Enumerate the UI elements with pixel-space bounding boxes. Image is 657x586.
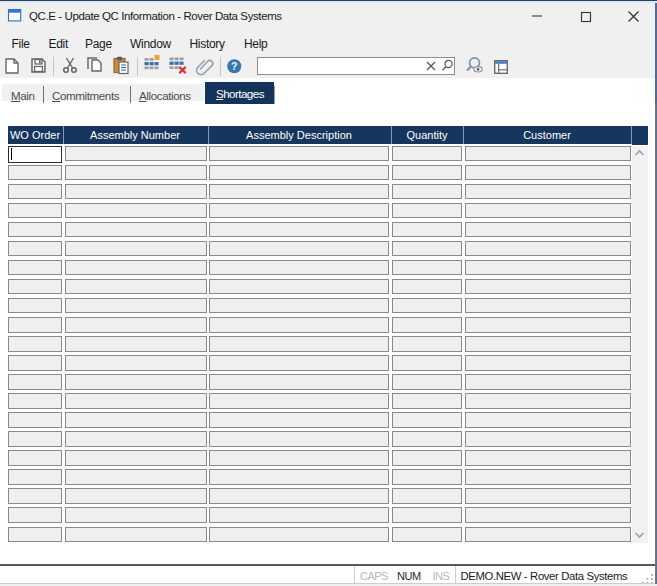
svg-text:?: ? — [231, 60, 237, 72]
